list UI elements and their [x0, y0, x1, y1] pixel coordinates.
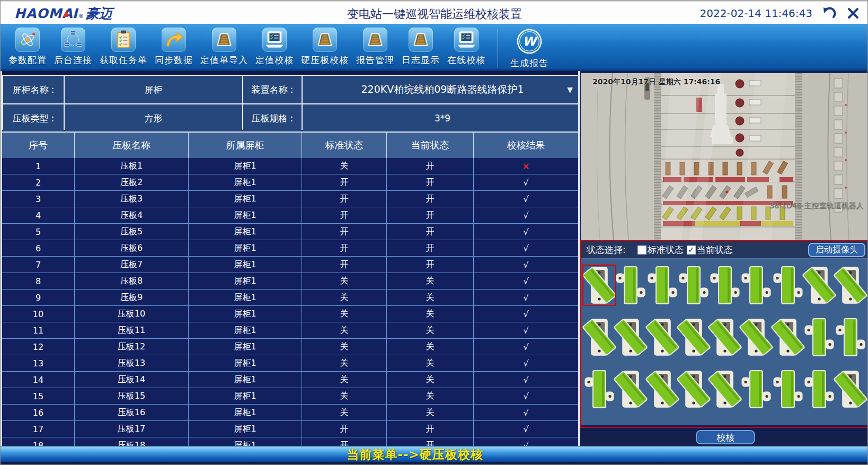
plate-indicator-upright[interactable] — [741, 370, 772, 408]
start-camera-button[interactable]: 启动摄像头 — [808, 243, 865, 257]
plate-table-body[interactable]: 1压板1屏柜1关开×2压板2屏柜1开开√3压板3屏柜1开开√4压板4屏柜1开开√… — [2, 158, 578, 446]
plate-state-widget: 状态选择: 标准状态 当前状态 启动摄像头 — [580, 240, 868, 428]
toolbar-item-setting-sheet-import[interactable]: 定值单导入 — [197, 28, 252, 66]
table-row[interactable]: 9压板9屏柜1关关√ — [2, 289, 578, 306]
cell: 1 — [2, 158, 75, 174]
verify-button[interactable]: 校核 — [696, 430, 755, 444]
cell: 11 — [2, 322, 75, 338]
plate-indicator-upright[interactable] — [835, 318, 866, 356]
plate-indicator-upright[interactable] — [804, 370, 835, 408]
inbox-icon — [212, 28, 236, 52]
plate-indicator-tilted[interactable] — [741, 318, 772, 356]
plate-indicator-tilted[interactable] — [678, 370, 709, 408]
toolbar-item-online-verify[interactable]: 在线校核 — [444, 28, 489, 66]
plate-indicator-tilted[interactable] — [710, 370, 740, 408]
table-row[interactable]: 1压板1屏柜1关开× — [2, 158, 578, 174]
column-header: 当前状态 — [387, 133, 474, 158]
plate-indicator-tilted[interactable] — [804, 266, 835, 304]
inbox-icon — [363, 28, 387, 52]
plate-table-header: 序号压板名称所属屏柜标准状态当前状态校核结果 — [2, 131, 578, 158]
plate-indicator-upright[interactable] — [678, 266, 709, 304]
plate-indicator-upright[interactable] — [741, 266, 772, 304]
toolbar-item-backend-connection[interactable]: 后台连接 — [50, 28, 96, 66]
toolbar-item-generate-report[interactable]: W生成报告 — [507, 28, 552, 69]
cell: 18 — [2, 437, 75, 446]
toolbar-divider — [498, 29, 498, 68]
standard-state-checkbox[interactable] — [637, 245, 646, 255]
plate-indicator-tilted[interactable] — [584, 318, 615, 356]
cell: 压板11 — [75, 322, 189, 338]
chevron-down-icon[interactable]: ▼ — [567, 85, 573, 94]
cell: 4 — [2, 207, 75, 223]
plate-indicator-upright[interactable] — [584, 370, 615, 408]
table-row[interactable]: 16压板16屏柜1关关√ — [2, 405, 578, 421]
table-row[interactable]: 10压板10屏柜1关关√ — [2, 306, 578, 322]
toolbar-item-setting-verify[interactable]: 定值校核 — [252, 28, 297, 66]
table-row[interactable]: 2压板2屏柜1开开√ — [2, 174, 578, 191]
cell: √ — [474, 240, 578, 256]
table-row[interactable]: 14压板14屏柜1关关√ — [2, 372, 578, 388]
plate-indicator-upright[interactable] — [773, 266, 803, 304]
plate-indicator-tilted[interactable] — [615, 370, 646, 408]
cell: √ — [474, 289, 578, 305]
table-row[interactable]: 12压板12屏柜1关关√ — [2, 339, 578, 355]
plate-indicator-tilted[interactable] — [773, 318, 803, 356]
toolbar-item-param-config[interactable]: 参数配置 — [5, 28, 50, 66]
cell: 关 — [387, 306, 474, 322]
table-row[interactable]: 8压板8屏柜1关关√ — [2, 273, 578, 289]
toolbar-item-report-management[interactable]: 报告管理 — [352, 28, 398, 66]
plate-indicator-tilted[interactable] — [615, 318, 646, 356]
table-row[interactable]: 11压板11屏柜1关关√ — [2, 322, 578, 339]
plate-indicator-upright[interactable] — [615, 266, 646, 304]
table-row[interactable]: 15压板15屏柜1关关√ — [2, 388, 578, 405]
cell: 屏柜1 — [189, 437, 302, 446]
table-row[interactable]: 3压板3屏柜1开开√ — [2, 191, 578, 207]
plate-indicator-upright[interactable] — [647, 266, 678, 304]
plate-indicator-tilted[interactable] — [647, 318, 678, 356]
plate-indicator-tilted[interactable] — [710, 318, 740, 356]
cell: 屏柜1 — [189, 355, 302, 371]
table-row[interactable]: 6压板6屏柜1开开√ — [2, 240, 578, 257]
cabinet-photo — [581, 73, 868, 240]
cell: 开 — [387, 437, 474, 446]
table-row[interactable]: 18压板18屏柜1开开√ — [2, 437, 578, 446]
plate-indicator-tilted[interactable] — [584, 266, 615, 304]
camera-feed: 2020年10月17日 星期六 17:46:16 38-1D48-主控室轨道机器… — [581, 73, 868, 240]
close-icon[interactable] — [845, 5, 861, 21]
table-row[interactable]: 7压板7屏柜1开开√ — [2, 257, 578, 273]
table-row[interactable]: 4压板4屏柜1开开√ — [2, 207, 578, 224]
toolbar-item-sync-data[interactable]: 同步数据 — [151, 28, 197, 66]
cell: 压板16 — [75, 405, 189, 420]
plate-indicator-tilted[interactable] — [678, 318, 709, 356]
toolbar-item-label: 后台连接 — [54, 54, 92, 66]
cell: 关 — [302, 306, 387, 322]
plate-indicator-upright[interactable] — [710, 266, 740, 304]
cell: 关 — [387, 355, 474, 371]
plate-indicator-tilted[interactable] — [835, 266, 866, 304]
plate-panel: 屏柜名称 : 屏柜 装置名称 : 220KV柏垸线柏09断路器线路保护1 ▼ 压… — [1, 71, 578, 446]
toolbar-item-label: 日志显示 — [402, 54, 440, 66]
plate-row — [584, 266, 866, 304]
cell: 开 — [387, 257, 474, 273]
undo-icon[interactable] — [821, 5, 837, 21]
table-row[interactable]: 13压板13屏柜1关关√ — [2, 355, 578, 372]
plate-indicator-upright[interactable] — [804, 318, 835, 356]
cell: 压板17 — [75, 421, 189, 437]
plate-indicator-tilted[interactable] — [647, 370, 678, 408]
plate-indicator-upright[interactable] — [773, 370, 803, 408]
table-row[interactable]: 5压板5屏柜1开开√ — [2, 224, 578, 240]
cell: 屏柜1 — [189, 322, 302, 338]
cell: 开 — [302, 437, 387, 446]
cell: 压板6 — [75, 240, 189, 256]
clipboard-icon — [111, 28, 136, 52]
plate-indicator-tilted[interactable] — [835, 370, 866, 408]
verify-strip: 校核 — [580, 428, 868, 446]
toolbar-item-hard-plate-verify[interactable]: 硬压板校核 — [297, 28, 352, 66]
laptop-check-icon — [454, 28, 479, 52]
device-name-select[interactable]: 220KV柏垸线柏09断路器线路保护1 ▼ — [303, 76, 578, 103]
table-row[interactable]: 17压板17屏柜1开开√ — [2, 421, 578, 437]
toolbar-item-fetch-task-list[interactable]: 获取任务单 — [96, 28, 151, 66]
current-state-checkbox[interactable] — [687, 245, 696, 255]
toolbar-item-log-display[interactable]: 日志显示 — [398, 28, 444, 66]
device-form: 屏柜名称 : 屏柜 装置名称 : 220KV柏垸线柏09断路器线路保护1 ▼ 压… — [2, 75, 578, 130]
